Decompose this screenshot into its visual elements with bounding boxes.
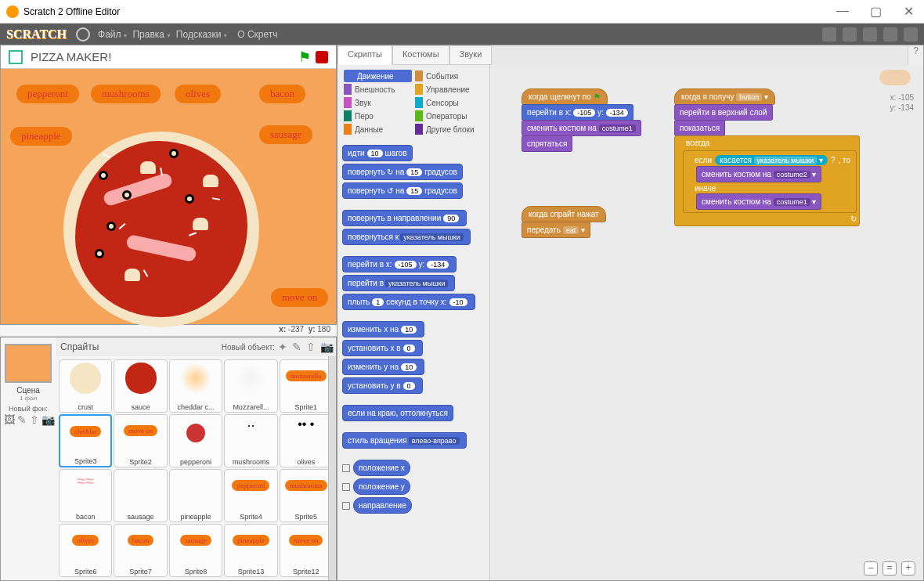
block-glide[interactable]: плыть1секунд в точку x:-10: [342, 294, 475, 310]
zoom-in-button[interactable]: +: [901, 561, 915, 576]
project-title: PIZZA MAKER!: [31, 50, 298, 63]
fullscreen-icon[interactable]: [9, 50, 23, 64]
green-flag-icon[interactable]: ⚑: [298, 49, 311, 66]
cat-more[interactable]: Другие блоки: [415, 123, 483, 135]
category-grid: Движение События Внешность Управление Зв…: [337, 65, 489, 140]
block-goto[interactable]: перейти вуказатель мышки: [342, 275, 455, 291]
script-when-receive[interactable]: когда я получу button ▾ перейти в верхни…: [674, 88, 860, 226]
sprite-camera-icon[interactable]: 📷: [320, 341, 331, 352]
block-set-y[interactable]: установить y в0: [342, 377, 423, 394]
shrink-tool-icon[interactable]: [883, 27, 897, 42]
help-tool-icon[interactable]: [904, 27, 918, 42]
menu-hints[interactable]: Подсказки: [176, 29, 228, 40]
topping-mushroom: [203, 175, 218, 187]
cat-data[interactable]: Данные: [344, 123, 412, 135]
reporter-y-position[interactable]: положение y: [342, 478, 485, 495]
block-hide: спрятаться: [522, 135, 572, 152]
sprite-cell-mushrooms[interactable]: ··mushrooms: [224, 414, 277, 467]
block-point-direction[interactable]: повернуть в направлении90: [342, 210, 467, 226]
cat-operators[interactable]: Операторы: [415, 110, 483, 122]
bg-paint-icon[interactable]: ✎: [16, 414, 27, 425]
block-set-x[interactable]: установить x в0: [342, 340, 423, 356]
stage-btn-moveon[interactable]: move on: [271, 288, 328, 307]
sprite-cell-pepperoni[interactable]: pepperoni: [169, 414, 222, 467]
block-point-towards[interactable]: повернуться куказатель мышки: [342, 229, 471, 245]
stop-icon[interactable]: [316, 51, 328, 63]
block-turn-right[interactable]: повернуть ↻ на15градусов: [342, 164, 463, 180]
bg-upload-icon[interactable]: ⇧: [29, 414, 40, 425]
topping-olive: [169, 149, 179, 158]
sprite-cell-mozzarella[interactable]: Mozzarell...: [224, 359, 277, 413]
cat-pen[interactable]: Перо: [344, 110, 412, 122]
sprite-cell-sprite7[interactable]: baconSprite7: [114, 524, 167, 577]
script-canvas[interactable]: x: -105 y: -134 когда щелкнут по ⚑ перей…: [490, 65, 923, 580]
sprite-cell-cheddar[interactable]: cheddar c...: [169, 359, 222, 413]
sprite-cell-crust[interactable]: crust: [59, 359, 112, 413]
cat-control[interactable]: Управление: [415, 83, 483, 96]
script-when-sprite-clicked[interactable]: когда спрайт нажат передать eat ▾: [522, 206, 606, 238]
bg-library-icon[interactable]: 🖼: [4, 414, 15, 425]
close-button[interactable]: ✕: [899, 4, 918, 19]
sprite-cell-sprite5[interactable]: mushroomsSprite5: [280, 469, 333, 522]
stamp-tool-icon[interactable]: [822, 27, 836, 42]
new-object-label: Новый объект:: [222, 343, 275, 352]
sprites-scrollbar[interactable]: [328, 356, 336, 580]
sprite-cell-olives[interactable]: •• •olives: [280, 414, 333, 467]
sprite-cell-sauce[interactable]: sauce: [114, 359, 167, 413]
scene-thumbnail[interactable]: [5, 344, 52, 383]
stage-btn-bacon[interactable]: bacon: [259, 85, 305, 103]
block-edge-bounce[interactable]: если на краю, оттолкнуться: [342, 405, 453, 421]
zoom-reset-button[interactable]: =: [882, 561, 897, 576]
menu-file[interactable]: Файл: [98, 29, 128, 40]
block-turn-left[interactable]: повернуть ↺ на15градусов: [342, 182, 463, 199]
help-panel-icon[interactable]: ?: [908, 45, 923, 65]
sprite-cell-sprite1[interactable]: mozzarellaSprite1: [280, 359, 333, 413]
zoom-out-button[interactable]: –: [864, 561, 878, 576]
block-change-x[interactable]: изменить x на10: [342, 321, 424, 337]
sprite-cell-sprite2[interactable]: move onSprite2: [114, 414, 167, 467]
cat-looks[interactable]: Внешность: [344, 83, 412, 96]
menu-about[interactable]: О Скретч: [237, 29, 277, 40]
sprite-paint-icon[interactable]: ✎: [292, 341, 303, 352]
stage-btn-olives[interactable]: olives: [175, 85, 221, 103]
tab-sounds[interactable]: Звуки: [449, 45, 493, 65]
sprite-upload-icon[interactable]: ⇧: [306, 341, 317, 352]
sprite-cell-sprite13[interactable]: pineappleSprite13: [224, 524, 277, 577]
reporter-direction[interactable]: направление: [342, 497, 485, 514]
sprite-cell-sausage[interactable]: sausage: [114, 469, 167, 522]
sprite-cell-sprite3[interactable]: cheddarSprite3: [59, 414, 112, 467]
language-icon[interactable]: [76, 27, 90, 42]
sprite-cell-sprite6[interactable]: olivesSprite6: [59, 524, 112, 577]
sprite-cell-sprite4[interactable]: pepperoniSprite4: [224, 469, 277, 522]
tab-costumes[interactable]: Костюмы: [392, 45, 449, 65]
sprite-pane: Сцена 1 фон Новый фон: 🖼 ✎ ⇧ 📷 Спрайты Н…: [0, 337, 337, 581]
sprites-title: Спрайты: [60, 341, 222, 352]
block-change-y[interactable]: изменить y на10: [342, 359, 424, 375]
cat-sensing[interactable]: Сенсоры: [415, 96, 483, 109]
cat-sound[interactable]: Звук: [344, 96, 412, 109]
cat-motion[interactable]: Движение: [344, 70, 412, 82]
sprite-cell-bacon[interactable]: ≈≈bacon: [59, 469, 112, 522]
block-goto-xy[interactable]: перейти в x:-105y:-134: [342, 256, 457, 272]
cut-tool-icon[interactable]: [843, 27, 857, 42]
maximize-button[interactable]: ▢: [866, 4, 885, 19]
reporter-x-position[interactable]: положение x: [342, 460, 485, 476]
block-rotation-style[interactable]: стиль вращениявлево-вправо: [342, 432, 467, 449]
sprite-cell-pineapple[interactable]: pineapple: [169, 469, 222, 522]
bg-camera-icon[interactable]: 📷: [42, 414, 52, 425]
stage-btn-sausage[interactable]: sausage: [259, 125, 312, 144]
block-move-steps[interactable]: идти10шагов: [342, 145, 413, 161]
stage-canvas[interactable]: pepperoni mushrooms olives bacon pineapp…: [1, 69, 336, 324]
sprite-cell-sprite8[interactable]: sausageSprite8: [169, 524, 222, 577]
script-when-flag[interactable]: когда щелкнут по ⚑ перейти в x: -105 y: …: [522, 88, 641, 152]
menu-edit[interactable]: Правка: [132, 29, 171, 40]
grow-tool-icon[interactable]: [863, 27, 877, 42]
tab-scripts[interactable]: Скрипты: [337, 45, 392, 65]
sprite-cell-sprite12[interactable]: move onSprite12: [280, 524, 333, 577]
stage-btn-pepperoni[interactable]: pepperoni: [16, 85, 79, 103]
minimize-button[interactable]: —: [833, 4, 852, 19]
sprite-library-icon[interactable]: ✦: [278, 341, 289, 352]
stage-btn-pineapple[interactable]: pineapple: [10, 127, 72, 146]
stage-btn-mushrooms[interactable]: mushrooms: [91, 85, 161, 103]
cat-events[interactable]: События: [415, 70, 483, 82]
